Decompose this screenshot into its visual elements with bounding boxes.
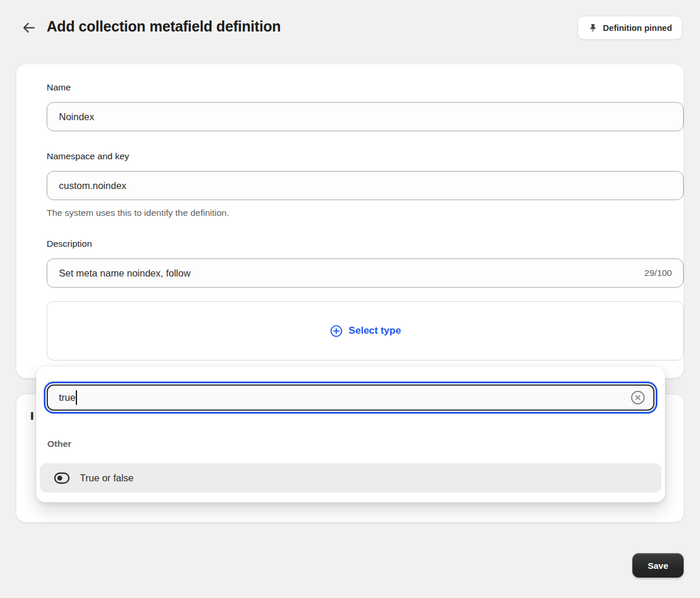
arrow-left-icon (21, 20, 37, 36)
type-picker-popover: true Other True or false (36, 366, 665, 502)
name-input[interactable] (47, 102, 684, 131)
plus-circle-icon (330, 324, 343, 338)
back-button[interactable] (20, 19, 37, 36)
text-cursor (76, 390, 77, 405)
clear-search-button[interactable] (629, 390, 646, 406)
obscured-text-fragment (31, 412, 33, 420)
boolean-toggle-icon (54, 471, 70, 485)
section-label-other: Other (47, 439, 71, 449)
name-label: Name (47, 82, 71, 93)
save-button[interactable]: Save (632, 553, 684, 578)
type-search-input[interactable]: true (47, 384, 654, 411)
select-type-label: Select type (349, 325, 401, 337)
type-option-label: True or false (80, 473, 134, 484)
pin-icon (588, 23, 598, 33)
description-field: 29/100 (47, 258, 684, 288)
page: Add collection metafield definition Defi… (0, 0, 700, 598)
namespace-key-input[interactable] (47, 171, 684, 200)
page-title: Add collection metafield definition (47, 18, 281, 35)
metafield-definition-card: Name Namespace and key The system uses t… (16, 64, 684, 378)
namespace-help-text: The system uses this to identify the def… (47, 208, 229, 218)
description-input[interactable] (47, 258, 684, 288)
type-option-true-or-false[interactable]: True or false (40, 463, 662, 492)
definition-pinned-label: Definition pinned (603, 23, 672, 33)
namespace-key-label: Namespace and key (47, 151, 129, 162)
select-type-button[interactable]: Select type (47, 301, 684, 361)
type-search-value: true (59, 392, 75, 403)
circle-x-icon (630, 390, 646, 405)
definition-pinned-button[interactable]: Definition pinned (578, 16, 682, 40)
description-label: Description (47, 239, 92, 249)
